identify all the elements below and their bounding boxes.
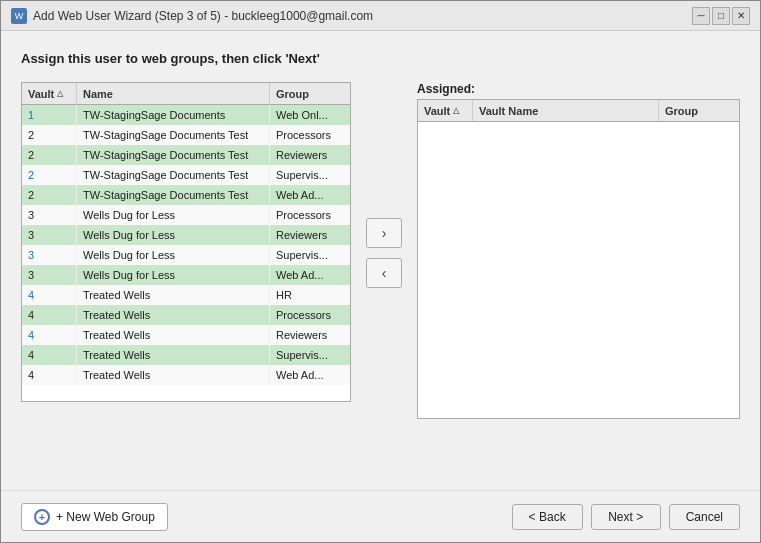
back-button[interactable]: < Back bbox=[512, 504, 583, 530]
name-cell: TW-StagingSage Documents Test bbox=[77, 185, 270, 205]
vault-cell: 3 bbox=[22, 205, 77, 225]
table-row[interactable]: 4 Treated Wells Supervis... bbox=[22, 345, 350, 365]
vault-column-header[interactable]: Vault △ bbox=[22, 83, 77, 104]
title-bar: W Add Web User Wizard (Step 3 of 5) - bu… bbox=[1, 1, 760, 31]
vault-cell: 4 bbox=[22, 345, 77, 365]
vault-cell: 2 bbox=[22, 125, 77, 145]
table-row[interactable]: 4 Treated Wells Web Ad... bbox=[22, 365, 350, 385]
name-cell: Treated Wells bbox=[77, 285, 270, 305]
group-cell: Web Ad... bbox=[270, 265, 350, 285]
minimize-button[interactable]: ─ bbox=[692, 7, 710, 25]
name-header-label: Name bbox=[83, 88, 113, 100]
new-web-group-label: + New Web Group bbox=[56, 510, 155, 524]
new-web-group-button[interactable]: + + New Web Group bbox=[21, 503, 168, 531]
right-table-header: Vault △ Vault Name Group bbox=[418, 100, 739, 122]
name-cell: Wells Dug for Less bbox=[77, 245, 270, 265]
vault-sort-icon: △ bbox=[57, 89, 63, 98]
table-row[interactable]: 2 TW-StagingSage Documents Test Reviewer… bbox=[22, 145, 350, 165]
vault-cell: 2 bbox=[22, 145, 77, 165]
cancel-button[interactable]: Cancel bbox=[669, 504, 740, 530]
name-cell: Treated Wells bbox=[77, 365, 270, 385]
assigned-group-header-label: Group bbox=[665, 105, 698, 117]
next-button[interactable]: Next > bbox=[591, 504, 661, 530]
app-icon: W bbox=[11, 8, 27, 24]
group-cell: Supervis... bbox=[270, 165, 350, 185]
name-cell: TW-StagingSage Documents bbox=[77, 105, 270, 125]
main-window: W Add Web User Wizard (Step 3 of 5) - bu… bbox=[0, 0, 761, 543]
group-header-label: Group bbox=[276, 88, 309, 100]
assigned-group-column-header[interactable]: Group bbox=[659, 100, 739, 121]
vault-cell: 2 bbox=[22, 185, 77, 205]
assigned-label: Assigned: bbox=[417, 82, 740, 96]
table-row[interactable]: 2 TW-StagingSage Documents Test Processo… bbox=[22, 125, 350, 145]
name-cell: TW-StagingSage Documents Test bbox=[77, 165, 270, 185]
remove-left-button[interactable]: ‹ bbox=[366, 258, 402, 288]
table-row[interactable]: 4 Treated Wells HR bbox=[22, 285, 350, 305]
left-table-header: Vault △ Name Group bbox=[22, 83, 350, 105]
name-cell: Treated Wells bbox=[77, 325, 270, 345]
vault-cell: 4 bbox=[22, 285, 77, 305]
vault-header-label: Vault bbox=[28, 88, 54, 100]
table-row[interactable]: 3 Wells Dug for Less Processors bbox=[22, 205, 350, 225]
table-row[interactable]: 3 Wells Dug for Less Reviewers bbox=[22, 225, 350, 245]
group-cell: Processors bbox=[270, 305, 350, 325]
vault-cell: 4 bbox=[22, 325, 77, 345]
title-bar-left: W Add Web User Wizard (Step 3 of 5) - bu… bbox=[11, 8, 373, 24]
vault-cell: 2 bbox=[22, 165, 77, 185]
left-panel: Vault △ Name Group 1 TW-StagingSage bbox=[21, 82, 351, 402]
name-column-header[interactable]: Name bbox=[77, 83, 270, 104]
assigned-vault-sort-icon: △ bbox=[453, 106, 459, 115]
assigned-groups-table: Vault △ Vault Name Group bbox=[417, 99, 740, 419]
table-row[interactable]: 1 TW-StagingSage Documents Web Onl... bbox=[22, 105, 350, 125]
name-cell: Wells Dug for Less bbox=[77, 225, 270, 245]
assign-right-button[interactable]: › bbox=[366, 218, 402, 248]
group-column-header[interactable]: Group bbox=[270, 83, 350, 104]
vault-cell: 3 bbox=[22, 245, 77, 265]
name-cell: Treated Wells bbox=[77, 305, 270, 325]
name-cell: TW-StagingSage Documents Test bbox=[77, 125, 270, 145]
table-row[interactable]: 4 Treated Wells Processors bbox=[22, 305, 350, 325]
group-cell: Supervis... bbox=[270, 345, 350, 365]
left-table-body: 1 TW-StagingSage Documents Web Onl... 2 … bbox=[22, 105, 350, 401]
vault-cell: 3 bbox=[22, 225, 77, 245]
close-button[interactable]: ✕ bbox=[732, 7, 750, 25]
table-row[interactable]: 3 Wells Dug for Less Supervis... bbox=[22, 245, 350, 265]
assigned-vaultname-header-label: Vault Name bbox=[479, 105, 538, 117]
name-cell: Treated Wells bbox=[77, 345, 270, 365]
group-cell: Web Ad... bbox=[270, 185, 350, 205]
footer-navigation: < Back Next > Cancel bbox=[512, 504, 740, 530]
content-area: Assign this user to web groups, then cli… bbox=[1, 31, 760, 490]
group-cell: Supervis... bbox=[270, 245, 350, 265]
available-groups-table: Vault △ Name Group 1 TW-StagingSage bbox=[21, 82, 351, 402]
right-panel: Assigned: Vault △ Vault Name Group bbox=[417, 82, 740, 419]
assigned-vault-header-label: Vault bbox=[424, 105, 450, 117]
name-cell: Wells Dug for Less bbox=[77, 265, 270, 285]
vault-cell: 3 bbox=[22, 265, 77, 285]
title-bar-controls: ─ □ ✕ bbox=[692, 7, 750, 25]
group-cell: Reviewers bbox=[270, 325, 350, 345]
name-cell: Wells Dug for Less bbox=[77, 205, 270, 225]
new-web-group-icon: + bbox=[34, 509, 50, 525]
assigned-vault-column-header[interactable]: Vault △ bbox=[418, 100, 473, 121]
name-cell: TW-StagingSage Documents Test bbox=[77, 145, 270, 165]
table-row[interactable]: 4 Treated Wells Reviewers bbox=[22, 325, 350, 345]
assigned-vaultname-column-header[interactable]: Vault Name bbox=[473, 100, 659, 121]
instruction-text: Assign this user to web groups, then cli… bbox=[21, 51, 740, 66]
group-cell: Reviewers bbox=[270, 225, 350, 245]
right-table-body bbox=[418, 122, 739, 418]
group-cell: Reviewers bbox=[270, 145, 350, 165]
window-title: Add Web User Wizard (Step 3 of 5) - buck… bbox=[33, 9, 373, 23]
footer: + + New Web Group < Back Next > Cancel bbox=[1, 490, 760, 542]
group-cell: Processors bbox=[270, 205, 350, 225]
table-row[interactable]: 3 Wells Dug for Less Web Ad... bbox=[22, 265, 350, 285]
group-cell: Web Onl... bbox=[270, 105, 350, 125]
maximize-button[interactable]: □ bbox=[712, 7, 730, 25]
group-cell: Processors bbox=[270, 125, 350, 145]
table-row[interactable]: 2 TW-StagingSage Documents Test Supervis… bbox=[22, 165, 350, 185]
vault-cell: 4 bbox=[22, 305, 77, 325]
table-row[interactable]: 2 TW-StagingSage Documents Test Web Ad..… bbox=[22, 185, 350, 205]
vault-cell: 1 bbox=[22, 105, 77, 125]
group-cell: Web Ad... bbox=[270, 365, 350, 385]
group-cell: HR bbox=[270, 285, 350, 305]
vault-cell: 4 bbox=[22, 365, 77, 385]
